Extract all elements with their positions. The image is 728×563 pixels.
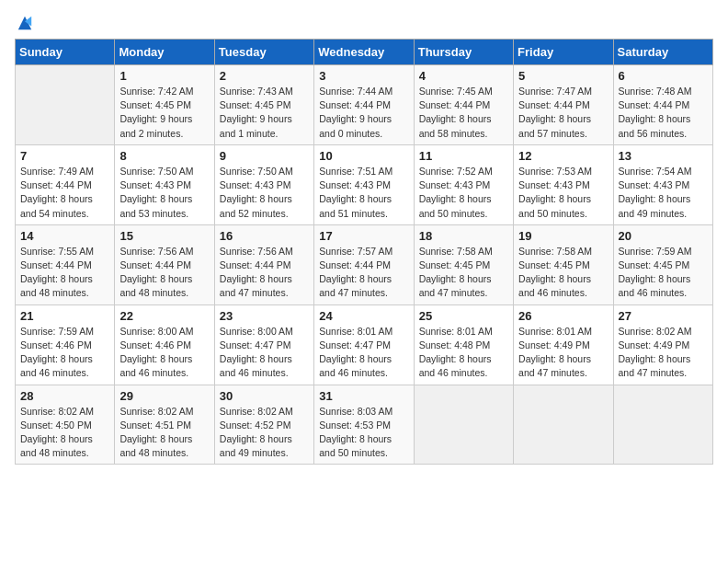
day-number: 25 — [419, 309, 508, 323]
day-detail: Sunrise: 7:52 AMSunset: 4:43 PMDaylight:… — [419, 165, 508, 221]
day-of-week-header: Monday — [115, 40, 214, 65]
day-number: 1 — [119, 69, 209, 83]
logo-icon — [17, 15, 33, 31]
day-detail: Sunrise: 7:57 AMSunset: 4:44 PMDaylight:… — [319, 245, 408, 301]
day-detail: Sunrise: 7:53 AMSunset: 4:43 PMDaylight:… — [518, 165, 608, 221]
calendar-cell: 12Sunrise: 7:53 AMSunset: 4:43 PMDayligh… — [514, 144, 613, 224]
day-number: 22 — [119, 309, 209, 323]
day-detail: Sunrise: 7:54 AMSunset: 4:43 PMDaylight:… — [619, 165, 708, 221]
day-detail: Sunrise: 7:58 AMSunset: 4:45 PMDaylight:… — [518, 245, 608, 301]
calendar-cell: 3Sunrise: 7:44 AMSunset: 4:44 PMDaylight… — [314, 65, 414, 145]
calendar-cell: 2Sunrise: 7:43 AMSunset: 4:45 PMDaylight… — [214, 65, 313, 145]
calendar-cell: 30Sunrise: 8:02 AMSunset: 4:52 PMDayligh… — [214, 385, 313, 465]
day-number: 30 — [220, 389, 309, 403]
day-detail: Sunrise: 7:59 AMSunset: 4:45 PMDaylight:… — [619, 245, 708, 301]
logo — [15, 15, 33, 31]
day-number: 28 — [20, 389, 109, 403]
calendar-cell: 9Sunrise: 7:50 AMSunset: 4:43 PMDaylight… — [214, 144, 313, 224]
day-of-week-header: Friday — [514, 40, 613, 65]
day-detail: Sunrise: 8:01 AMSunset: 4:47 PMDaylight:… — [319, 325, 408, 381]
day-number: 23 — [220, 309, 309, 323]
day-detail: Sunrise: 7:58 AMSunset: 4:45 PMDaylight:… — [419, 245, 508, 301]
calendar-cell — [414, 385, 513, 465]
day-number: 20 — [619, 229, 708, 243]
calendar-cell — [613, 385, 712, 465]
day-of-week-header: Thursday — [414, 40, 513, 65]
day-detail: Sunrise: 8:02 AMSunset: 4:51 PMDaylight:… — [119, 405, 209, 461]
day-detail: Sunrise: 7:50 AMSunset: 4:43 PMDaylight:… — [220, 165, 309, 221]
day-detail: Sunrise: 7:42 AMSunset: 4:45 PMDaylight:… — [119, 85, 209, 141]
day-detail: Sunrise: 7:56 AMSunset: 4:44 PMDaylight:… — [119, 245, 209, 301]
day-number: 21 — [20, 309, 109, 323]
day-number: 17 — [319, 229, 408, 243]
day-of-week-header: Tuesday — [214, 40, 313, 65]
calendar-cell: 29Sunrise: 8:02 AMSunset: 4:51 PMDayligh… — [115, 385, 214, 465]
calendar-cell: 11Sunrise: 7:52 AMSunset: 4:43 PMDayligh… — [414, 144, 513, 224]
day-number: 18 — [419, 229, 508, 243]
day-detail: Sunrise: 8:00 AMSunset: 4:47 PMDaylight:… — [220, 325, 309, 381]
day-number: 2 — [220, 69, 309, 83]
calendar-cell: 24Sunrise: 8:01 AMSunset: 4:47 PMDayligh… — [314, 304, 414, 385]
day-number: 31 — [319, 389, 408, 403]
day-of-week-header: Sunday — [16, 40, 115, 65]
day-detail: Sunrise: 8:01 AMSunset: 4:48 PMDaylight:… — [419, 325, 508, 381]
day-number: 7 — [20, 149, 109, 163]
day-number: 29 — [119, 389, 209, 403]
day-detail: Sunrise: 8:03 AMSunset: 4:53 PMDaylight:… — [319, 405, 408, 461]
calendar-week-row: 14Sunrise: 7:55 AMSunset: 4:44 PMDayligh… — [16, 224, 713, 304]
day-detail: Sunrise: 7:44 AMSunset: 4:44 PMDaylight:… — [319, 85, 408, 141]
day-number: 16 — [220, 229, 309, 243]
day-number: 15 — [119, 229, 209, 243]
calendar-week-row: 1Sunrise: 7:42 AMSunset: 4:45 PMDaylight… — [16, 65, 713, 145]
day-number: 10 — [319, 149, 408, 163]
calendar-cell: 27Sunrise: 8:02 AMSunset: 4:49 PMDayligh… — [613, 304, 712, 385]
day-number: 11 — [419, 149, 508, 163]
calendar-cell: 17Sunrise: 7:57 AMSunset: 4:44 PMDayligh… — [314, 224, 414, 304]
day-detail: Sunrise: 7:50 AMSunset: 4:43 PMDaylight:… — [119, 165, 209, 221]
calendar-cell: 4Sunrise: 7:45 AMSunset: 4:44 PMDaylight… — [414, 65, 513, 145]
calendar-cell: 18Sunrise: 7:58 AMSunset: 4:45 PMDayligh… — [414, 224, 513, 304]
day-detail: Sunrise: 8:01 AMSunset: 4:49 PMDaylight:… — [518, 325, 608, 381]
day-of-week-header: Wednesday — [314, 40, 414, 65]
day-number: 27 — [619, 309, 708, 323]
calendar-cell: 25Sunrise: 8:01 AMSunset: 4:48 PMDayligh… — [414, 304, 513, 385]
calendar-cell: 28Sunrise: 8:02 AMSunset: 4:50 PMDayligh… — [16, 385, 115, 465]
day-detail: Sunrise: 7:48 AMSunset: 4:44 PMDaylight:… — [619, 85, 708, 141]
calendar-header-row: SundayMondayTuesdayWednesdayThursdayFrid… — [16, 40, 713, 65]
day-number: 4 — [419, 69, 508, 83]
day-detail: Sunrise: 7:56 AMSunset: 4:44 PMDaylight:… — [220, 245, 309, 301]
day-detail: Sunrise: 7:47 AMSunset: 4:44 PMDaylight:… — [518, 85, 608, 141]
day-detail: Sunrise: 7:45 AMSunset: 4:44 PMDaylight:… — [419, 85, 508, 141]
day-of-week-header: Saturday — [613, 40, 712, 65]
day-number: 26 — [518, 309, 608, 323]
calendar-week-row: 7Sunrise: 7:49 AMSunset: 4:44 PMDaylight… — [16, 144, 713, 224]
day-number: 13 — [619, 149, 708, 163]
day-detail: Sunrise: 7:59 AMSunset: 4:46 PMDaylight:… — [20, 325, 109, 381]
day-number: 5 — [518, 69, 608, 83]
calendar-cell: 31Sunrise: 8:03 AMSunset: 4:53 PMDayligh… — [314, 385, 414, 465]
day-detail: Sunrise: 7:51 AMSunset: 4:43 PMDaylight:… — [319, 165, 408, 221]
day-detail: Sunrise: 8:00 AMSunset: 4:46 PMDaylight:… — [119, 325, 209, 381]
page-header — [15, 15, 713, 31]
day-detail: Sunrise: 7:55 AMSunset: 4:44 PMDaylight:… — [20, 245, 109, 301]
day-number: 8 — [119, 149, 209, 163]
calendar-cell: 16Sunrise: 7:56 AMSunset: 4:44 PMDayligh… — [214, 224, 313, 304]
calendar-week-row: 28Sunrise: 8:02 AMSunset: 4:50 PMDayligh… — [16, 385, 713, 465]
day-detail: Sunrise: 8:02 AMSunset: 4:50 PMDaylight:… — [20, 405, 109, 461]
calendar-cell: 8Sunrise: 7:50 AMSunset: 4:43 PMDaylight… — [115, 144, 214, 224]
calendar-cell: 14Sunrise: 7:55 AMSunset: 4:44 PMDayligh… — [16, 224, 115, 304]
calendar-cell: 19Sunrise: 7:58 AMSunset: 4:45 PMDayligh… — [514, 224, 613, 304]
calendar-cell: 20Sunrise: 7:59 AMSunset: 4:45 PMDayligh… — [613, 224, 712, 304]
calendar-cell: 5Sunrise: 7:47 AMSunset: 4:44 PMDaylight… — [514, 65, 613, 145]
calendar-cell: 22Sunrise: 8:00 AMSunset: 4:46 PMDayligh… — [115, 304, 214, 385]
calendar-cell: 1Sunrise: 7:42 AMSunset: 4:45 PMDaylight… — [115, 65, 214, 145]
calendar-cell: 13Sunrise: 7:54 AMSunset: 4:43 PMDayligh… — [613, 144, 712, 224]
day-number: 24 — [319, 309, 408, 323]
day-number: 12 — [518, 149, 608, 163]
day-number: 3 — [319, 69, 408, 83]
calendar-cell: 26Sunrise: 8:01 AMSunset: 4:49 PMDayligh… — [514, 304, 613, 385]
day-number: 19 — [518, 229, 608, 243]
day-number: 14 — [20, 229, 109, 243]
day-detail: Sunrise: 7:43 AMSunset: 4:45 PMDaylight:… — [220, 85, 309, 141]
calendar-cell — [16, 65, 115, 145]
